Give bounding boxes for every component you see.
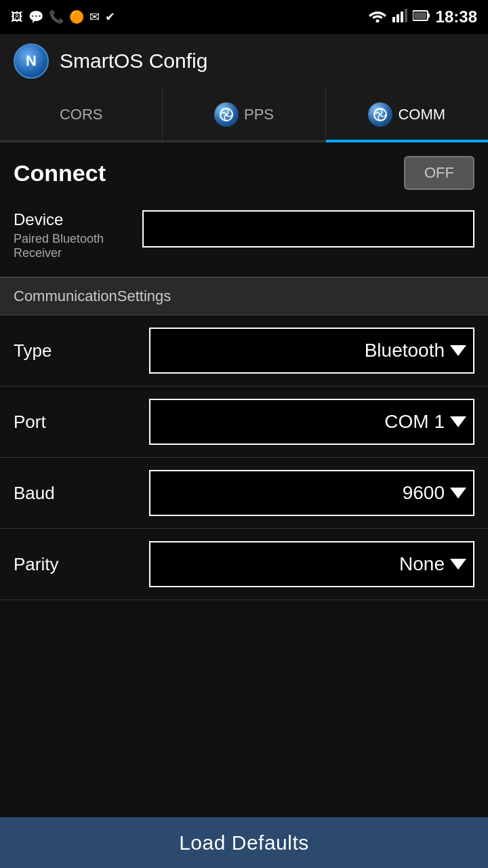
svg-rect-2: [396, 14, 399, 22]
baud-value: 9600: [403, 482, 445, 504]
tab-cors[interactable]: CORS: [0, 88, 163, 140]
port-dropdown[interactable]: COM 1: [149, 399, 474, 445]
port-label: Port: [14, 412, 149, 433]
status-time: 18:38: [436, 7, 477, 26]
tab-pps-label: PPS: [244, 106, 274, 123]
type-value: Bluetooth: [365, 340, 445, 361]
image-icon: 🖼: [11, 10, 23, 24]
baud-dropdown-arrow: [450, 488, 466, 498]
tab-comm-label: COMM: [398, 106, 445, 123]
circle-icon: 🟠: [69, 9, 84, 24]
status-icons-left: 🖼 💬 📞 🟠 ✉ ✔: [11, 9, 361, 24]
phone-icon: 📞: [49, 9, 64, 24]
setting-row-type: Type Bluetooth: [0, 315, 488, 387]
baud-dropdown[interactable]: 9600: [149, 470, 474, 516]
title-bar: N SmartOS Config: [0, 34, 488, 88]
svg-rect-4: [405, 9, 407, 22]
setting-row-baud: Baud 9600: [0, 458, 488, 529]
status-icons-right: 18:38: [368, 7, 477, 26]
bottom-padding: [0, 600, 488, 654]
mail-icon: ✉: [89, 9, 100, 24]
app-logo: N: [14, 43, 49, 79]
device-row: Device Paired Bluetooth Receiver: [14, 210, 474, 266]
wifi-icon: [368, 9, 387, 26]
type-dropdown-arrow: [450, 345, 466, 356]
device-label: Device: [14, 210, 131, 229]
connect-label: Connect: [14, 160, 106, 186]
app-title: SmartOS Config: [60, 50, 207, 73]
device-section: Device Paired Bluetooth Receiver: [0, 203, 488, 277]
comm-icon: [368, 102, 392, 127]
type-label: Type: [14, 340, 149, 361]
tab-comm[interactable]: COMM: [326, 88, 488, 140]
svg-point-9: [225, 113, 228, 116]
svg-rect-6: [428, 14, 430, 18]
baud-label: Baud: [14, 483, 149, 504]
parity-value: None: [399, 553, 445, 575]
check-icon: ✔: [105, 9, 115, 24]
comm-settings-header: CommunicationSettings: [0, 277, 488, 315]
connect-row: Connect OFF: [0, 142, 488, 203]
type-dropdown[interactable]: Bluetooth: [149, 328, 474, 374]
parity-dropdown[interactable]: None: [149, 541, 474, 587]
port-value: COM 1: [384, 411, 445, 433]
pps-icon: [214, 102, 239, 127]
device-input-wrapper: [142, 210, 474, 248]
connect-toggle[interactable]: OFF: [404, 156, 474, 190]
device-input-box[interactable]: [142, 210, 474, 248]
setting-row-parity: Parity None: [0, 529, 488, 600]
device-info: Device Paired Bluetooth Receiver: [14, 210, 131, 266]
setting-row-port: Port COM 1: [0, 387, 488, 458]
whatsapp-icon: 💬: [28, 9, 43, 24]
status-bar: 🖼 💬 📞 🟠 ✉ ✔: [0, 0, 488, 34]
tab-cors-label: CORS: [60, 106, 103, 123]
svg-rect-3: [401, 12, 403, 22]
tab-bar: CORS PPS COMM: [0, 88, 488, 142]
svg-rect-1: [392, 17, 395, 22]
parity-label: Parity: [14, 554, 149, 575]
battery-icon: [413, 10, 430, 24]
parity-dropdown-arrow: [450, 559, 466, 570]
svg-point-0: [375, 19, 379, 22]
load-defaults-button[interactable]: Load Defaults: [0, 817, 488, 868]
device-sublabel: Paired Bluetooth Receiver: [14, 232, 131, 260]
svg-rect-7: [414, 12, 426, 19]
tab-pps[interactable]: PPS: [163, 88, 325, 140]
content-area: Connect OFF Device Paired Bluetooth Rece…: [0, 142, 488, 654]
signal-icon: [392, 9, 407, 26]
port-dropdown-arrow: [450, 416, 466, 427]
